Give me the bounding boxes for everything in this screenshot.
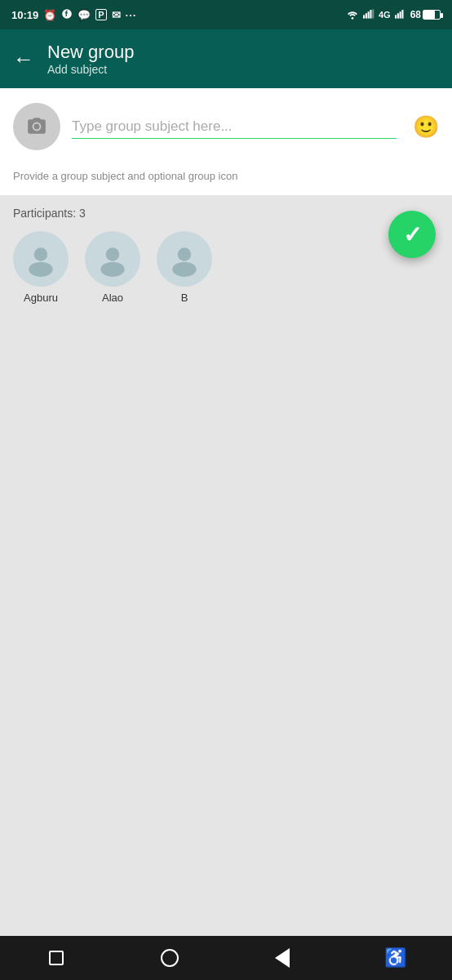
more-icon: ··· [126,9,137,21]
back-button[interactable]: ← [13,48,34,69]
participant-name: Alao [102,292,123,304]
svg-rect-2 [363,15,365,18]
status-time-group: 10:19 ⏰ 💬 P ✉ ··· [11,8,136,22]
empty-area [0,626,452,936]
app-bar-title-group: New group Add subject [47,42,134,76]
recent-apps-button[interactable] [42,943,71,973]
participants-label: Participants: 3 [0,195,452,228]
status-time: 10:19 [11,9,38,21]
person-icon [23,241,59,277]
signal2-icon [395,8,406,22]
wifi-icon [346,8,359,22]
camera-icon [26,116,47,137]
svg-point-11 [34,247,48,261]
back-button-nav[interactable] [268,943,297,973]
svg-point-14 [100,262,124,277]
svg-rect-6 [372,9,374,18]
avatar [85,231,140,287]
person-icon [166,241,202,277]
svg-point-1 [352,17,354,20]
svg-point-13 [106,247,120,261]
mail-icon: ✉ [112,9,121,21]
emoji-button[interactable]: 🙂 [413,114,439,140]
alarm-icon: ⏰ [43,9,56,21]
svg-rect-4 [368,11,370,18]
messenger-icon: 💬 [78,9,91,21]
list-item: Agburu [13,231,69,304]
home-icon [161,949,179,967]
home-button[interactable] [155,943,184,973]
checkmark-icon: ✓ [403,221,422,248]
parking-icon: P [95,9,106,20]
hint-text: Provide a group subject and optional gro… [0,165,452,195]
group-photo-button[interactable] [13,103,60,150]
svg-rect-8 [397,13,398,18]
group-subject-input[interactable] [72,115,397,139]
svg-rect-7 [395,15,397,18]
participants-grid: Agburu Alao [0,228,452,317]
participant-name: Agburu [24,292,58,304]
list-item: Alao [85,231,140,304]
person-icon [95,241,131,277]
app-bar-subtitle: Add subject [47,63,134,76]
4g-icon: 4G [379,10,391,20]
svg-point-12 [29,262,52,277]
facebook-icon [61,8,73,22]
svg-rect-10 [401,10,403,19]
bottom-nav: ♿ [0,936,452,980]
recent-apps-icon [49,951,64,965]
svg-rect-5 [370,10,371,19]
battery-label: 68 [410,9,421,20]
participants-section: Participants: 3 Agburu [0,195,452,626]
svg-rect-9 [399,11,401,18]
subject-input-wrap [72,115,397,139]
back-icon [275,948,290,968]
status-bar: 10:19 ⏰ 💬 P ✉ ··· [0,0,452,29]
accessibility-button[interactable]: ♿ [381,943,410,973]
participant-name: B [181,292,188,304]
status-indicators: 4G 68 [346,8,441,22]
app-bar: ← New group Add subject [0,29,452,88]
svg-point-15 [178,247,192,261]
avatar [157,231,212,287]
confirm-fab[interactable]: ✓ [388,211,436,258]
signal-icon [363,8,374,22]
svg-point-16 [172,262,196,277]
list-item: B [157,231,212,304]
accessibility-icon: ♿ [384,947,406,969]
svg-rect-3 [366,13,367,18]
avatar [13,231,69,287]
subject-area: 🙂 [0,88,452,165]
app-bar-title: New group [47,42,134,63]
battery-indicator: 68 [410,9,441,20]
